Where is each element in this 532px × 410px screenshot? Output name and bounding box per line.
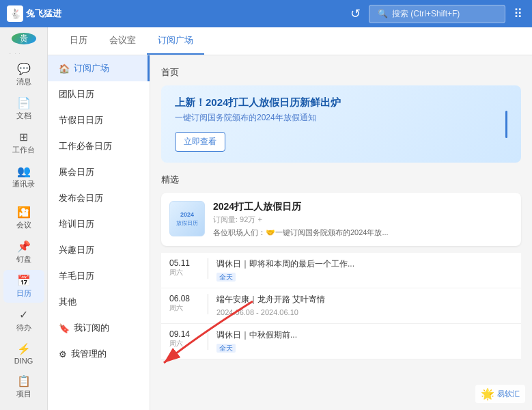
ding-label: DING [14, 357, 33, 365]
my-manage-icon: ⚙ [59, 349, 67, 359]
second-sidebar-work-calendar[interactable]: 工作必备日历 [48, 133, 150, 159]
event-time-2: 全天 [216, 344, 236, 353]
topbar: 🐇 兔飞猛进 ↺ 🔍 搜索 (Ctrl+Shift+F) ⠿ [0, 0, 532, 27]
tab-bar: 日历 会议室 订阅广场 [48, 27, 532, 55]
event-divider-0 [208, 258, 208, 279]
event-title-2: 调休日｜中秋假期前... [216, 329, 513, 341]
my-subscriptions-icon: 🔖 [59, 323, 70, 333]
search-bar[interactable]: 🔍 搜索 (Ctrl+Shift+F) [369, 5, 505, 23]
content-flex: 🏠 订阅广场 团队日历 节假日日历 工作必备日历 展会日历 发布会日历 [48, 55, 532, 410]
event-divider-2 [208, 329, 208, 350]
thumb-text: 放假日历 [176, 219, 198, 227]
sidebar-item-todo[interactable]: ✓ 待办 [3, 304, 44, 337]
tab-calendar[interactable]: 日历 [59, 27, 98, 55]
second-sidebar-wool-calendar[interactable]: 羊毛日历 [48, 263, 150, 289]
training-calendar-label: 培训日历 [59, 218, 94, 230]
docs-label: 文档 [16, 111, 31, 121]
my-manage-label: 我管理的 [71, 348, 107, 360]
event-info-0: 调休日｜即将和本周的最后一个工作... 全天 [216, 258, 513, 282]
second-sidebar-others[interactable]: 其他 [48, 289, 150, 315]
company-avatar[interactable]: 贵 [12, 33, 36, 44]
sidebar-item-projects[interactable]: 📋 项目 [3, 370, 44, 403]
watermark: 🌟 易软汇 [475, 385, 525, 403]
sidebar-item-pin[interactable]: 📌 钉盘 [3, 236, 44, 269]
featured-title: 精选 [161, 174, 521, 186]
event-time-0: 全天 [216, 273, 236, 282]
tab-subscribe[interactable]: 订阅广场 [147, 27, 204, 55]
my-subscriptions-label: 我订阅的 [74, 322, 109, 334]
app-name: 兔飞猛进 [26, 8, 61, 20]
search-placeholder-text: 搜索 (Ctrl+Shift+F) [392, 8, 460, 20]
expo-calendar-label: 展会日历 [59, 166, 94, 178]
pin-icon: 📌 [17, 240, 31, 253]
second-sidebar-training-calendar[interactable]: 培训日历 [48, 211, 150, 237]
banner-subtitle: 一键订阅国务院颁布的2024年放假通知 [175, 112, 507, 124]
main-layout: 贵 贵州易游... 标准版 💬 消息 📄 文档 ⊞ 工作台 👥 通讯录 🎦 会议… [0, 27, 532, 410]
second-sidebar-my-subscriptions[interactable]: 🔖 我订阅的 [48, 315, 150, 341]
app-logo[interactable]: 🐇 兔飞猛进 [7, 5, 61, 22]
sidebar-item-docs[interactable]: 📄 文档 [3, 92, 44, 125]
meetings-label: 会议 [16, 220, 31, 230]
event-date-sub-1: 周六 [169, 303, 199, 313]
event-date-main-0: 05.11 [169, 258, 199, 268]
second-sidebar-launch-calendar[interactable]: 发布会日历 [48, 185, 150, 211]
sidebar-item-workbench[interactable]: ⊞ 工作台 [3, 126, 44, 159]
second-sidebar: 🏠 订阅广场 团队日历 节假日日历 工作必备日历 展会日历 发布会日历 [48, 55, 150, 410]
event-item-2[interactable]: 09.14 周六 调休日｜中秋假期前... 全天 [161, 324, 521, 359]
logo-icon: 🐇 [7, 5, 23, 22]
history-button[interactable]: ↺ [348, 3, 363, 24]
interest-calendar-label: 兴趣日历 [59, 244, 94, 256]
tab-meeting[interactable]: 会议室 [98, 27, 147, 55]
event-date-2: 09.14 周六 [169, 329, 199, 348]
work-calendar-label: 工作必备日历 [59, 140, 112, 152]
featured-card: 2024 放假日历 2024打工人放假日历 订阅量: 92万 + 各位职场人们：… [161, 193, 521, 246]
sidebar-item-contacts[interactable]: 👥 通讯录 [3, 161, 44, 193]
team-calendar-label: 团队日历 [59, 88, 94, 100]
event-date-1: 06.08 周六 [169, 294, 199, 313]
calendar-icon: 📅 [17, 274, 31, 287]
calendar-label: 日历 [16, 288, 31, 299]
sidebar-item-ding[interactable]: ⚡ DING [3, 338, 44, 369]
banner-card: 上新！2024打工人放假日历新鲜出炉 一键订阅国务院颁布的2024年放假通知 立… [161, 85, 521, 163]
event-title-1: 端午安康｜龙舟开路 艾叶寄情 [216, 294, 513, 305]
featured-info: 2024打工人放假日历 订阅量: 92万 + 各位职场人们：🤝一键订阅国务院颁布… [213, 201, 513, 238]
second-sidebar-subscribe-plaza[interactable]: 🏠 订阅广场 [48, 55, 150, 81]
watermark-text: 易软汇 [497, 389, 520, 399]
event-divider-1 [208, 294, 208, 314]
messages-label: 消息 [16, 77, 31, 87]
workbench-icon: ⊞ [19, 131, 28, 144]
event-time-1: 2024.06.08 - 2024.06.10 [216, 308, 298, 316]
todo-label: 待办 [16, 323, 31, 333]
subscribe-plaza-label: 订阅广场 [74, 62, 109, 74]
pin-label: 钉盘 [16, 254, 31, 264]
sidebar-item-messages[interactable]: 💬 消息 [3, 58, 44, 91]
second-sidebar-team-calendar[interactable]: 团队日历 [48, 81, 150, 107]
second-sidebar-holiday-calendar[interactable]: 节假日日历 [48, 107, 150, 133]
second-sidebar-expo-calendar[interactable]: 展会日历 [48, 159, 150, 185]
sidebar-item-calendar[interactable]: 📅 日历 [3, 270, 44, 303]
contacts-icon: 👥 [17, 165, 31, 178]
grid-button[interactable]: ⠿ [511, 3, 525, 24]
contacts-label: 通讯录 [12, 179, 35, 189]
company-name: 贵州易游... 标准版 [4, 51, 42, 54]
event-date-main-1: 06.08 [169, 294, 199, 303]
left-sidebar: 贵 贵州易游... 标准版 💬 消息 📄 文档 ⊞ 工作台 👥 通讯录 🎦 会议… [0, 27, 48, 410]
workbench-label: 工作台 [12, 145, 35, 155]
second-sidebar-interest-calendar[interactable]: 兴趣日历 [48, 237, 150, 263]
search-icon: 🔍 [378, 9, 388, 18]
event-info-1: 端午安康｜龙舟开路 艾叶寄情 2024.06.08 - 2024.06.10 [216, 294, 513, 318]
event-item-1[interactable]: 06.08 周六 端午安康｜龙舟开路 艾叶寄情 2024.06.08 - 202… [161, 288, 521, 324]
docs-icon: 📄 [17, 96, 31, 109]
holiday-calendar-label: 节假日日历 [59, 114, 103, 126]
sidebar-item-meetings[interactable]: 🎦 会议 [3, 202, 44, 234]
subscribe-plaza-icon: 🏠 [59, 64, 70, 74]
main-content: 首页 上新！2024打工人放假日历新鲜出炉 一键订阅国务院颁布的2024年放假通… [150, 55, 532, 410]
second-sidebar-my-manage[interactable]: ⚙ 我管理的 [48, 341, 150, 367]
projects-icon: 📋 [17, 374, 31, 387]
banner-button[interactable]: 立即查看 [175, 132, 225, 152]
event-item-0[interactable]: 05.11 周六 调休日｜即将和本周的最后一个工作... 全天 [161, 253, 521, 288]
todo-icon: ✓ [19, 308, 28, 321]
event-info-2: 调休日｜中秋假期前... 全天 [216, 329, 513, 353]
projects-label: 项目 [16, 389, 31, 399]
thumb-year: 2024 [180, 211, 194, 218]
